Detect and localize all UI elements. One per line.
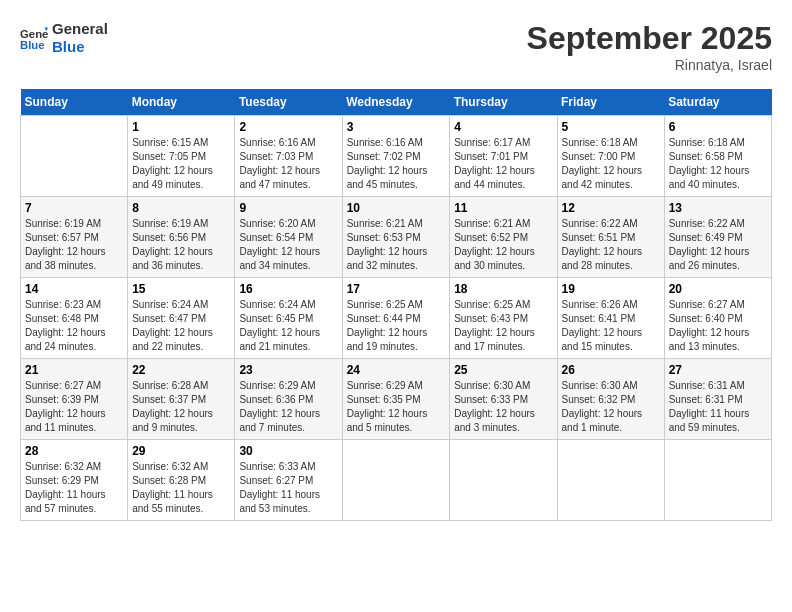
day-number: 25 xyxy=(454,363,552,377)
day-info: Sunrise: 6:16 AM Sunset: 7:03 PM Dayligh… xyxy=(239,136,337,192)
day-number: 5 xyxy=(562,120,660,134)
day-info: Sunrise: 6:28 AM Sunset: 6:37 PM Dayligh… xyxy=(132,379,230,435)
day-number: 4 xyxy=(454,120,552,134)
week-row-1: 1Sunrise: 6:15 AM Sunset: 7:05 PM Daylig… xyxy=(21,116,772,197)
calendar-cell: 2Sunrise: 6:16 AM Sunset: 7:03 PM Daylig… xyxy=(235,116,342,197)
logo: General Blue General Blue xyxy=(20,20,108,56)
calendar-cell: 29Sunrise: 6:32 AM Sunset: 6:28 PM Dayli… xyxy=(128,440,235,521)
calendar-cell: 22Sunrise: 6:28 AM Sunset: 6:37 PM Dayli… xyxy=(128,359,235,440)
day-info: Sunrise: 6:24 AM Sunset: 6:47 PM Dayligh… xyxy=(132,298,230,354)
calendar-cell: 15Sunrise: 6:24 AM Sunset: 6:47 PM Dayli… xyxy=(128,278,235,359)
day-number: 29 xyxy=(132,444,230,458)
day-number: 30 xyxy=(239,444,337,458)
calendar-table: SundayMondayTuesdayWednesdayThursdayFrid… xyxy=(20,89,772,521)
day-info: Sunrise: 6:32 AM Sunset: 6:28 PM Dayligh… xyxy=(132,460,230,516)
column-header-saturday: Saturday xyxy=(664,89,771,116)
logo-text-line2: Blue xyxy=(52,38,108,56)
calendar-cell xyxy=(664,440,771,521)
day-info: Sunrise: 6:21 AM Sunset: 6:53 PM Dayligh… xyxy=(347,217,446,273)
day-info: Sunrise: 6:27 AM Sunset: 6:39 PM Dayligh… xyxy=(25,379,123,435)
column-header-thursday: Thursday xyxy=(450,89,557,116)
day-info: Sunrise: 6:32 AM Sunset: 6:29 PM Dayligh… xyxy=(25,460,123,516)
calendar-cell: 16Sunrise: 6:24 AM Sunset: 6:45 PM Dayli… xyxy=(235,278,342,359)
day-number: 19 xyxy=(562,282,660,296)
week-row-4: 21Sunrise: 6:27 AM Sunset: 6:39 PM Dayli… xyxy=(21,359,772,440)
day-info: Sunrise: 6:20 AM Sunset: 6:54 PM Dayligh… xyxy=(239,217,337,273)
svg-text:Blue: Blue xyxy=(20,39,45,51)
day-number: 3 xyxy=(347,120,446,134)
day-info: Sunrise: 6:30 AM Sunset: 6:33 PM Dayligh… xyxy=(454,379,552,435)
day-number: 14 xyxy=(25,282,123,296)
day-info: Sunrise: 6:17 AM Sunset: 7:01 PM Dayligh… xyxy=(454,136,552,192)
calendar-cell xyxy=(557,440,664,521)
title-block: September 2025 Rinnatya, Israel xyxy=(527,20,772,73)
day-info: Sunrise: 6:18 AM Sunset: 6:58 PM Dayligh… xyxy=(669,136,767,192)
day-number: 17 xyxy=(347,282,446,296)
calendar-cell xyxy=(21,116,128,197)
calendar-cell: 7Sunrise: 6:19 AM Sunset: 6:57 PM Daylig… xyxy=(21,197,128,278)
day-info: Sunrise: 6:23 AM Sunset: 6:48 PM Dayligh… xyxy=(25,298,123,354)
calendar-cell: 30Sunrise: 6:33 AM Sunset: 6:27 PM Dayli… xyxy=(235,440,342,521)
calendar-cell: 11Sunrise: 6:21 AM Sunset: 6:52 PM Dayli… xyxy=(450,197,557,278)
logo-text-line1: General xyxy=(52,20,108,38)
calendar-cell: 12Sunrise: 6:22 AM Sunset: 6:51 PM Dayli… xyxy=(557,197,664,278)
calendar-cell: 9Sunrise: 6:20 AM Sunset: 6:54 PM Daylig… xyxy=(235,197,342,278)
month-title: September 2025 xyxy=(527,20,772,57)
calendar-cell: 3Sunrise: 6:16 AM Sunset: 7:02 PM Daylig… xyxy=(342,116,450,197)
day-info: Sunrise: 6:29 AM Sunset: 6:35 PM Dayligh… xyxy=(347,379,446,435)
calendar-cell: 5Sunrise: 6:18 AM Sunset: 7:00 PM Daylig… xyxy=(557,116,664,197)
day-info: Sunrise: 6:30 AM Sunset: 6:32 PM Dayligh… xyxy=(562,379,660,435)
day-number: 15 xyxy=(132,282,230,296)
day-number: 6 xyxy=(669,120,767,134)
calendar-cell: 24Sunrise: 6:29 AM Sunset: 6:35 PM Dayli… xyxy=(342,359,450,440)
day-number: 18 xyxy=(454,282,552,296)
day-number: 12 xyxy=(562,201,660,215)
day-info: Sunrise: 6:21 AM Sunset: 6:52 PM Dayligh… xyxy=(454,217,552,273)
calendar-cell: 14Sunrise: 6:23 AM Sunset: 6:48 PM Dayli… xyxy=(21,278,128,359)
day-number: 21 xyxy=(25,363,123,377)
calendar-cell: 1Sunrise: 6:15 AM Sunset: 7:05 PM Daylig… xyxy=(128,116,235,197)
calendar-cell: 20Sunrise: 6:27 AM Sunset: 6:40 PM Dayli… xyxy=(664,278,771,359)
column-header-wednesday: Wednesday xyxy=(342,89,450,116)
day-number: 9 xyxy=(239,201,337,215)
calendar-cell: 8Sunrise: 6:19 AM Sunset: 6:56 PM Daylig… xyxy=(128,197,235,278)
day-info: Sunrise: 6:25 AM Sunset: 6:44 PM Dayligh… xyxy=(347,298,446,354)
calendar-cell: 18Sunrise: 6:25 AM Sunset: 6:43 PM Dayli… xyxy=(450,278,557,359)
day-number: 8 xyxy=(132,201,230,215)
day-number: 22 xyxy=(132,363,230,377)
day-info: Sunrise: 6:19 AM Sunset: 6:57 PM Dayligh… xyxy=(25,217,123,273)
day-info: Sunrise: 6:22 AM Sunset: 6:51 PM Dayligh… xyxy=(562,217,660,273)
day-number: 2 xyxy=(239,120,337,134)
day-number: 11 xyxy=(454,201,552,215)
day-number: 26 xyxy=(562,363,660,377)
day-number: 27 xyxy=(669,363,767,377)
day-info: Sunrise: 6:31 AM Sunset: 6:31 PM Dayligh… xyxy=(669,379,767,435)
day-info: Sunrise: 6:19 AM Sunset: 6:56 PM Dayligh… xyxy=(132,217,230,273)
logo-icon: General Blue xyxy=(20,24,48,52)
calendar-cell: 26Sunrise: 6:30 AM Sunset: 6:32 PM Dayli… xyxy=(557,359,664,440)
calendar-header-row: SundayMondayTuesdayWednesdayThursdayFrid… xyxy=(21,89,772,116)
calendar-cell: 10Sunrise: 6:21 AM Sunset: 6:53 PM Dayli… xyxy=(342,197,450,278)
day-number: 28 xyxy=(25,444,123,458)
calendar-cell xyxy=(450,440,557,521)
day-info: Sunrise: 6:18 AM Sunset: 7:00 PM Dayligh… xyxy=(562,136,660,192)
week-row-3: 14Sunrise: 6:23 AM Sunset: 6:48 PM Dayli… xyxy=(21,278,772,359)
day-number: 20 xyxy=(669,282,767,296)
day-number: 7 xyxy=(25,201,123,215)
column-header-friday: Friday xyxy=(557,89,664,116)
location: Rinnatya, Israel xyxy=(527,57,772,73)
day-info: Sunrise: 6:33 AM Sunset: 6:27 PM Dayligh… xyxy=(239,460,337,516)
calendar-cell: 19Sunrise: 6:26 AM Sunset: 6:41 PM Dayli… xyxy=(557,278,664,359)
calendar-cell: 4Sunrise: 6:17 AM Sunset: 7:01 PM Daylig… xyxy=(450,116,557,197)
calendar-cell: 25Sunrise: 6:30 AM Sunset: 6:33 PM Dayli… xyxy=(450,359,557,440)
day-number: 23 xyxy=(239,363,337,377)
week-row-2: 7Sunrise: 6:19 AM Sunset: 6:57 PM Daylig… xyxy=(21,197,772,278)
calendar-cell: 17Sunrise: 6:25 AM Sunset: 6:44 PM Dayli… xyxy=(342,278,450,359)
day-info: Sunrise: 6:29 AM Sunset: 6:36 PM Dayligh… xyxy=(239,379,337,435)
column-header-monday: Monday xyxy=(128,89,235,116)
day-info: Sunrise: 6:24 AM Sunset: 6:45 PM Dayligh… xyxy=(239,298,337,354)
day-info: Sunrise: 6:22 AM Sunset: 6:49 PM Dayligh… xyxy=(669,217,767,273)
day-number: 16 xyxy=(239,282,337,296)
calendar-cell: 21Sunrise: 6:27 AM Sunset: 6:39 PM Dayli… xyxy=(21,359,128,440)
calendar-cell xyxy=(342,440,450,521)
